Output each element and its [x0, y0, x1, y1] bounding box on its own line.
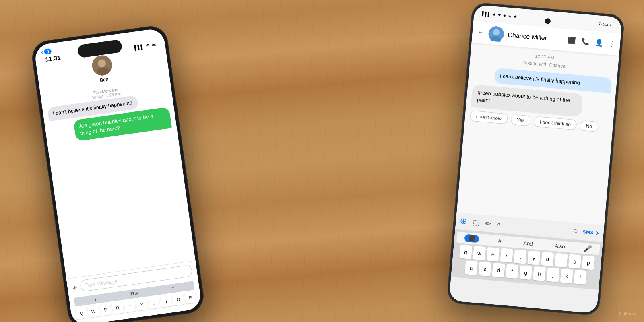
video-call-icon[interactable]: ⬛	[568, 36, 576, 45]
android-key-p[interactable]: p	[582, 255, 595, 270]
keyboard-icon: A	[497, 221, 501, 228]
android-key-j[interactable]: j	[547, 268, 560, 282]
suggestion-3: f	[172, 285, 174, 291]
reply-chip-3[interactable]: I don't think so	[533, 116, 577, 130]
phone-icon[interactable]: 📞	[581, 37, 590, 46]
android-message-list: 12:27 PM Texting with Chance I can't bel…	[457, 43, 619, 225]
android-key-i[interactable]: i	[555, 253, 568, 267]
add-button[interactable]: +	[72, 283, 78, 293]
star-icon: ★	[492, 12, 496, 17]
reply-chip-1[interactable]: I don't know	[470, 110, 508, 124]
more-options-icon[interactable]: ⋮	[609, 40, 616, 48]
key-u[interactable]: U	[148, 297, 160, 309]
plus-icon[interactable]: ⊕	[460, 216, 468, 227]
android-key-t[interactable]: t	[514, 249, 527, 264]
signal-icon: ▌▌▌	[134, 44, 144, 50]
iphone-status-icons: ▌▌▌ ⊙ ▭	[134, 42, 156, 50]
person-add-icon[interactable]: 👤	[595, 39, 604, 47]
android-key-u[interactable]: u	[541, 252, 554, 266]
android-key-r[interactable]: r	[500, 248, 513, 262]
suggestion-1: I	[94, 296, 96, 302]
android-battery-icon: ▭	[610, 22, 614, 27]
android-key-h[interactable]: h	[533, 266, 546, 281]
android-input-area: ⊕ ⬚ ✏ A ☺ SMS ➤ ⬛ A And Also	[449, 212, 604, 313]
input-placeholder: Text Message	[85, 278, 118, 289]
android-network-icon: 7·2·⊿	[599, 21, 609, 27]
star5-icon: ★	[513, 14, 517, 19]
android-key-o[interactable]: o	[568, 254, 582, 268]
mic-icon[interactable]: 🎤	[584, 244, 592, 253]
reply-chip-2[interactable]: Yes	[510, 114, 531, 126]
android-input-left-icons: ⊕ ⬚ ✏ A	[460, 216, 501, 230]
android-suggestion-2[interactable]: And	[520, 239, 537, 248]
android-key-g[interactable]: g	[519, 265, 533, 280]
wifi-icon: ⊙	[145, 43, 150, 49]
android-suggestion-1[interactable]: A	[494, 237, 505, 245]
gallery-icon[interactable]: ⬚	[473, 218, 480, 227]
android-key-w[interactable]: w	[473, 246, 486, 260]
android-back-button[interactable]: ←	[477, 28, 485, 37]
android-right-status: 7·2·⊿ ▭	[599, 21, 614, 27]
key-q[interactable]: Q	[75, 307, 87, 319]
edit-icon[interactable]: ✏	[485, 219, 492, 228]
emoji-icon[interactable]: ☺	[572, 227, 579, 235]
star3-icon: ★	[503, 13, 507, 18]
android-screen: ▌▌▌ ★ ★ ★ ★ ★ 7·2·⊿ ▭ ← Chance	[449, 4, 622, 313]
android-contact-name: Chance Miller	[508, 31, 564, 43]
android-action-buttons: ⬛ 📞 👤 ⋮	[568, 36, 615, 48]
android-left-status: ▌▌▌ ★ ★ ★ ★ ★	[482, 11, 517, 19]
reply-chip-4[interactable]: No	[580, 120, 599, 132]
android-key-l[interactable]: l	[574, 270, 587, 285]
contact-name: Ben	[99, 76, 109, 83]
key-e[interactable]: E	[99, 303, 111, 316]
key-r[interactable]: R	[111, 301, 124, 314]
iphone-time: 11:31	[45, 54, 61, 63]
android-key-s[interactable]: s	[478, 262, 491, 276]
key-w[interactable]: W	[87, 305, 99, 318]
signal-bars-icon: ▌▌▌	[482, 11, 491, 17]
battery-icon: ▭	[151, 42, 156, 48]
android-text-field[interactable]	[504, 225, 569, 231]
android-suggestion-highlighted[interactable]: ⬛	[464, 234, 480, 243]
android-input-right-icons: ☺ SMS ➤	[572, 227, 600, 237]
key-p[interactable]: P	[184, 291, 196, 304]
key-o[interactable]: O	[172, 293, 184, 305]
android-suggestion-3[interactable]: Also	[551, 242, 569, 251]
android-key-f[interactable]: f	[506, 264, 519, 279]
android-key-q[interactable]: q	[459, 245, 473, 259]
key-y[interactable]: Y	[136, 298, 148, 311]
star2-icon: ★	[497, 12, 502, 17]
key-i[interactable]: I	[160, 295, 172, 307]
android-contact-avatar	[488, 25, 504, 42]
star4-icon: ★	[508, 13, 512, 18]
key-t[interactable]: T	[124, 300, 136, 312]
android-key-d[interactable]: d	[492, 263, 505, 277]
android-device: ▌▌▌ ★ ★ ★ ★ ★ 7·2·⊿ ▭ ← Chance	[446, 2, 625, 316]
watermark: 9to5mac	[619, 311, 636, 316]
android-key-y[interactable]: y	[527, 250, 541, 265]
android-key-k[interactable]: k	[560, 269, 573, 283]
sms-send-button[interactable]: SMS ➤	[582, 229, 600, 236]
android-key-e[interactable]: e	[486, 247, 500, 261]
smart-reply-chips: I don't know Yes I don't think so No	[470, 110, 609, 133]
android-key-a[interactable]: a	[464, 260, 478, 275]
suggestion-2: The	[130, 291, 138, 297]
iphone-input-area: + Text Message I The f Q W E R T Y U I	[66, 260, 202, 322]
